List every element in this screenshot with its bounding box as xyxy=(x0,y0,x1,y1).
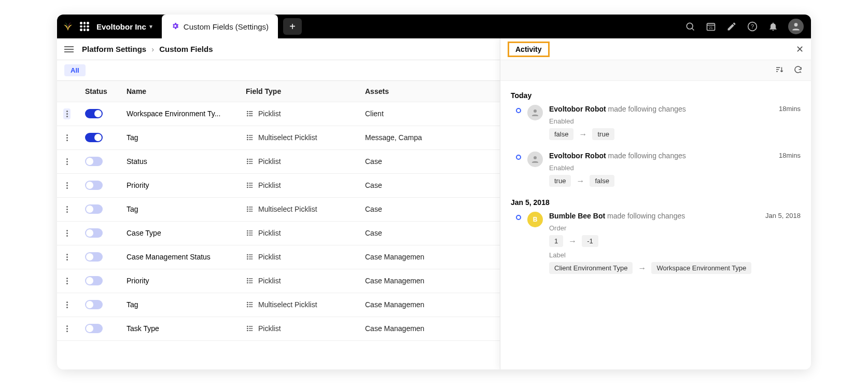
breadcrumb-current: Custom Fields xyxy=(159,45,213,53)
svg-point-7 xyxy=(794,23,798,26)
arrow-right-icon: → xyxy=(638,264,646,273)
add-tab-button[interactable]: + xyxy=(283,18,302,35)
svg-point-61 xyxy=(247,306,248,307)
row-menu-icon[interactable] xyxy=(63,204,71,215)
status-toggle[interactable] xyxy=(85,109,103,118)
row-name: Case Management Status xyxy=(120,245,240,269)
svg-point-65 xyxy=(247,326,248,326)
arrow-right-icon: → xyxy=(576,176,584,186)
row-assets: Case Managemen xyxy=(365,253,432,261)
activity-entry: Evoltobor Robot made following changes 1… xyxy=(511,105,801,140)
activity-date-label: Today xyxy=(511,91,801,100)
chevron-down-icon[interactable]: ▾ xyxy=(149,23,152,30)
breadcrumb-root[interactable]: Platform Settings xyxy=(82,45,146,53)
row-name: Task Type xyxy=(120,317,240,340)
change-to: true xyxy=(592,128,614,140)
row-menu-icon[interactable] xyxy=(63,276,71,286)
row-assets: Client xyxy=(365,109,432,118)
svg-point-71 xyxy=(534,109,537,113)
sort-icon[interactable] xyxy=(775,65,784,76)
svg-point-0 xyxy=(687,23,693,29)
col-type[interactable]: Field Type xyxy=(240,81,359,102)
app-switcher-icon[interactable] xyxy=(80,22,89,31)
status-toggle[interactable] xyxy=(85,276,103,285)
bell-icon[interactable] xyxy=(767,21,779,32)
timeline-bullet xyxy=(516,155,521,160)
change-field: Label xyxy=(549,251,801,259)
activity-entry: B Bumble Bee Bot made following changes … xyxy=(511,212,801,274)
status-toggle[interactable] xyxy=(85,157,103,166)
row-name: Status xyxy=(120,149,240,173)
svg-point-35 xyxy=(247,207,248,207)
actor-avatar: B xyxy=(527,212,543,227)
list-icon xyxy=(246,253,254,261)
tab-label: Custom Fields (Settings) xyxy=(184,22,269,31)
svg-point-59 xyxy=(247,302,248,303)
actor-name: Bumble Bee Bot xyxy=(549,212,605,220)
change-from: Client Environment Type xyxy=(549,262,633,274)
edit-icon[interactable] xyxy=(726,21,737,32)
timeline-bullet xyxy=(516,215,521,220)
svg-point-67 xyxy=(247,330,248,331)
status-toggle[interactable] xyxy=(85,133,103,142)
status-toggle[interactable] xyxy=(85,300,103,309)
change-field: Enabled xyxy=(549,117,801,125)
calendar-icon[interactable]: 21 xyxy=(705,21,717,32)
actor-avatar xyxy=(527,105,543,120)
list-icon xyxy=(246,300,254,309)
row-menu-icon[interactable] xyxy=(63,323,71,334)
col-name[interactable]: Name xyxy=(120,81,240,102)
list-icon xyxy=(246,324,254,333)
change-from: true xyxy=(549,175,571,187)
status-toggle[interactable] xyxy=(85,228,103,238)
row-menu-icon[interactable] xyxy=(63,180,71,191)
action-text: made following changes xyxy=(608,105,686,113)
svg-point-43 xyxy=(247,235,248,235)
svg-point-49 xyxy=(247,258,248,259)
activity-entry: Evoltobor Robot made following changes 1… xyxy=(511,152,801,187)
status-toggle[interactable] xyxy=(85,324,103,333)
row-menu-icon[interactable] xyxy=(63,299,71,310)
help-icon[interactable]: ? xyxy=(747,21,758,32)
row-type: Picklist xyxy=(258,324,281,333)
row-assets: Case Managemen xyxy=(365,277,432,285)
list-icon xyxy=(246,181,254,189)
svg-point-30 xyxy=(247,185,248,185)
list-icon xyxy=(246,109,254,118)
svg-point-29 xyxy=(247,183,248,183)
gear-icon xyxy=(171,22,179,32)
svg-point-23 xyxy=(247,159,248,159)
user-avatar[interactable] xyxy=(788,19,804,34)
close-icon[interactable]: ✕ xyxy=(796,44,804,55)
col-status[interactable]: Status xyxy=(79,81,120,102)
row-menu-icon[interactable] xyxy=(63,132,71,143)
activity-tab[interactable]: Activity xyxy=(508,42,550,57)
svg-line-1 xyxy=(692,29,694,31)
search-icon[interactable] xyxy=(684,21,696,32)
row-type: Multiselect Picklist xyxy=(258,300,317,309)
status-toggle[interactable] xyxy=(85,181,103,190)
list-icon xyxy=(246,229,254,237)
row-menu-icon[interactable] xyxy=(63,228,71,239)
org-name[interactable]: Evoltobor Inc xyxy=(96,22,146,31)
row-assets: Case xyxy=(365,157,432,166)
list-icon xyxy=(246,277,254,285)
refresh-icon[interactable] xyxy=(793,65,803,76)
status-toggle[interactable] xyxy=(85,204,103,214)
arrow-right-icon: → xyxy=(568,237,577,246)
svg-point-24 xyxy=(247,161,248,161)
change-field: Enabled xyxy=(549,164,801,172)
tab-custom-fields[interactable]: Custom Fields (Settings) xyxy=(162,15,278,38)
actor-avatar xyxy=(527,152,543,167)
row-menu-icon[interactable] xyxy=(63,108,71,119)
filter-chip-all[interactable]: All xyxy=(64,64,86,76)
list-icon xyxy=(246,205,254,213)
menu-icon[interactable] xyxy=(64,46,74,52)
svg-point-13 xyxy=(247,115,248,116)
row-assets: Case xyxy=(365,229,432,237)
chevron-right-icon: › xyxy=(151,45,154,53)
row-menu-icon[interactable] xyxy=(63,252,71,263)
status-toggle[interactable] xyxy=(85,252,103,262)
row-type: Picklist xyxy=(258,109,281,118)
row-menu-icon[interactable] xyxy=(63,156,71,167)
